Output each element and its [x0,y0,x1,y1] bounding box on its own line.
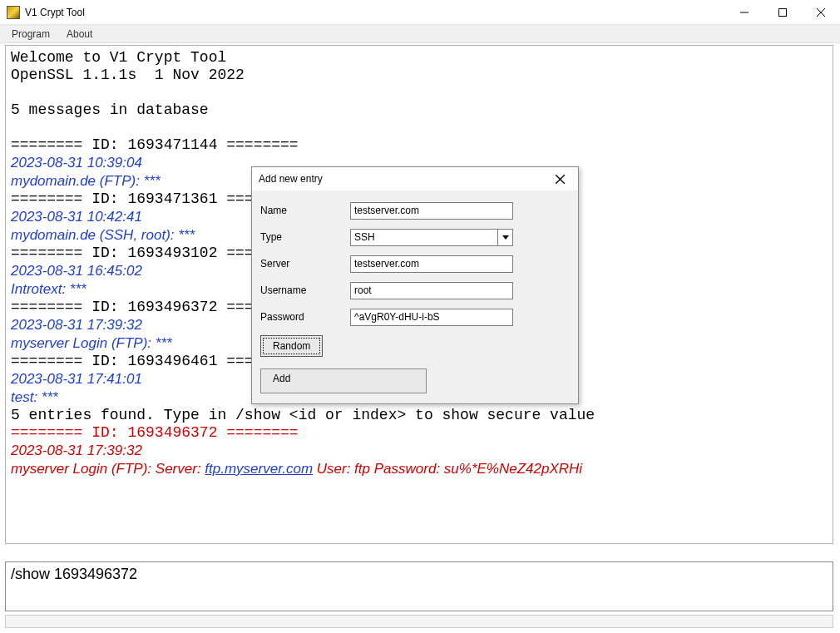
status-bar [5,615,833,628]
svg-marker-6 [502,235,509,240]
close-button[interactable] [802,0,840,25]
dbcount-line: 5 messages in database [11,101,209,118]
menu-about[interactable]: About [58,27,101,42]
entry-idline: ======== ID: 1693471144 ======== [11,136,299,153]
command-input[interactable]: /show 1693496372 [5,561,833,611]
add-entry-dialog: Add new entry Name Type SSH S [251,166,579,404]
show-date: 2023-08-31 17:39:32 [11,443,142,458]
entry-date: 2023-08-31 17:41:01 [11,371,142,387]
type-selected: SSH [354,231,375,243]
window-title: V1 Crypt Tool [25,7,85,18]
maximize-button[interactable] [763,0,802,25]
entry-desc: myserver Login (FTP): *** [11,335,172,351]
dialog-title: Add new entry [259,173,323,185]
chevron-down-icon [497,230,512,245]
entry-desc: Introtext: *** [11,281,86,297]
show-suffix: User: ftp Password: su%*E%NeZ42pXRHi [313,461,582,477]
username-field[interactable] [350,282,513,299]
openssl-line: OpenSSL 1.1.1s 1 Nov 2022 [11,67,245,83]
app-icon [7,6,20,19]
show-prefix: myserver Login (FTP): Server: [11,461,205,477]
entry-date: 2023-08-31 16:45:02 [11,263,142,279]
label-server: Server [260,258,350,270]
type-select[interactable]: SSH [350,229,513,246]
found-line: 5 entries found. Type in /show <id or in… [11,407,595,423]
show-detail: myserver Login (FTP): Server: ftp.myserv… [11,461,582,477]
minimize-button[interactable] [725,0,763,25]
show-server-link[interactable]: ftp.myserver.com [205,461,313,477]
name-field[interactable] [350,202,513,220]
password-field[interactable] [350,309,513,326]
svg-rect-1 [779,8,787,16]
label-username: Username [260,284,350,296]
welcome-line: Welcome to V1 Crypt Tool [11,49,226,66]
entry-date: 2023-08-31 10:39:04 [11,155,142,171]
server-field[interactable] [350,255,513,273]
label-password: Password [260,311,350,323]
entry-desc: mydomain.de (FTP): *** [11,173,161,189]
label-type: Type [260,231,350,243]
entry-date: 2023-08-31 10:42:41 [11,209,142,225]
label-name: Name [260,205,350,216]
menu-program[interactable]: Program [3,27,58,42]
random-button[interactable]: Random [260,335,323,357]
entry-desc: mydomain.de (SSH, root): *** [11,227,195,243]
show-idline: ======== ID: 1693496372 ======== [11,424,299,441]
add-button[interactable]: Add [260,368,427,393]
dialog-close-button[interactable] [548,167,571,190]
entry-desc: test: *** [11,389,58,405]
entry-date: 2023-08-31 17:39:32 [11,317,142,333]
